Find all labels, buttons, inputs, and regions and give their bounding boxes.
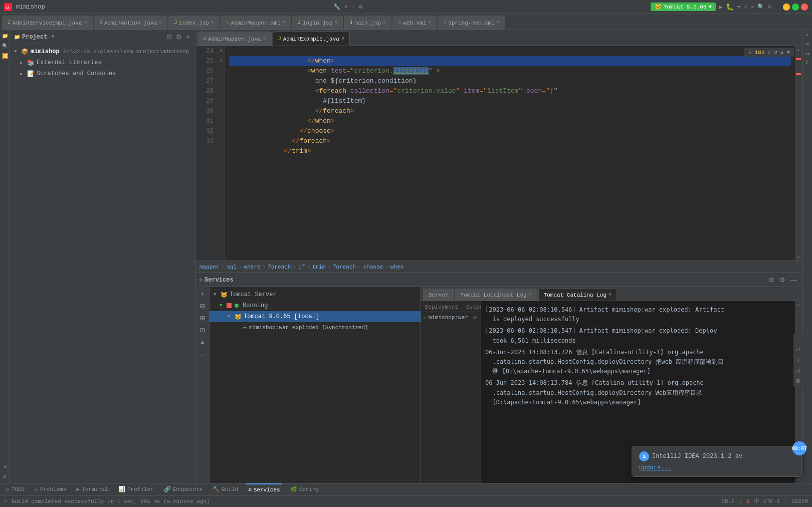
tab-close-springmvcxml[interactable]: × <box>497 20 500 26</box>
tomcat-version-badge[interactable]: Tomcat 9.0.65 <box>664 4 707 10</box>
breadcrumb-foreach1[interactable]: foreach <box>268 264 291 270</box>
tab-adminmapperxml[interactable]: X AdminMapper.xml × <box>221 16 291 30</box>
close-btn[interactable] <box>801 4 808 11</box>
right-icon-ant[interactable]: 🐜 <box>803 50 811 58</box>
tree-item-tomcat-local[interactable]: ▼ 🐱 Tomcat 9.0.65 [local] <box>210 311 421 322</box>
bottom-tab-todo[interactable]: ☑ TODO <box>4 483 27 495</box>
right-icon-maven[interactable]: m <box>805 41 809 48</box>
tab-close-main[interactable]: × <box>383 20 386 26</box>
scroll-down-code[interactable]: ▼ <box>786 50 790 56</box>
tab-index[interactable]: J index.jsp × <box>168 16 219 30</box>
tab-springmvcxml[interactable]: X spring-mvc.xml × <box>438 16 505 30</box>
scroll-up-btn[interactable]: ▲ <box>795 46 802 53</box>
right-scrollbar[interactable]: ▲ ▼ <box>795 46 802 261</box>
tab-close-adminmapperxml[interactable]: × <box>283 20 286 26</box>
output-scroll-down[interactable]: ▼ <box>797 476 800 483</box>
scroll-track[interactable] <box>795 53 802 254</box>
profile-btn[interactable]: ⚡ <box>744 3 748 11</box>
fold-25[interactable]: ▼ <box>218 56 225 66</box>
settings-icon[interactable]: ⚙ <box>767 4 771 10</box>
deployment-update-btn[interactable]: ⟳ <box>472 314 478 322</box>
services-more-btn[interactable]: … <box>197 349 208 359</box>
services-left-icon[interactable]: ⚙ <box>1 473 9 481</box>
lang-zh[interactable]: 中 <box>754 497 759 505</box>
bottom-tab-endpoints[interactable]: 🔗 Endpoints <box>162 483 205 495</box>
output-soft-wrap-btn[interactable]: ↵ <box>794 346 802 354</box>
services-gear-btn[interactable]: ⚙ <box>778 275 786 285</box>
tree-item-scratches[interactable]: ▶ 📝 Scratches and Consoles <box>10 68 195 79</box>
tab-webxml[interactable]: X web.xml × <box>392 16 437 30</box>
tab-adminmapper-java[interactable]: J AdminMapper.java × <box>197 32 272 46</box>
breadcrumb-sql[interactable]: sql <box>227 264 237 270</box>
line-col-status[interactable]: 2022M <box>791 498 808 504</box>
search-btn[interactable]: 🔍 <box>757 4 764 10</box>
services-close-btn[interactable]: — <box>789 275 798 285</box>
services-settings-btn[interactable]: ⚙ <box>767 275 775 285</box>
tab-adminserviceimpl[interactable]: J AdminServiceImpl.java × <box>2 16 93 30</box>
coverage-btn[interactable]: ☂ <box>737 3 741 11</box>
right-icon-structure[interactable]: ≡ <box>805 32 809 39</box>
services-add-btn[interactable]: + <box>197 289 208 299</box>
stop-button[interactable] <box>227 303 232 308</box>
tab-close-login[interactable]: × <box>334 20 337 26</box>
tab-close-adminmapper-java[interactable]: × <box>263 36 266 42</box>
services-tab-server[interactable]: Server <box>423 289 454 301</box>
notification-link[interactable]: Update... <box>639 464 794 471</box>
right-icon-gradle[interactable]: G <box>805 60 809 67</box>
file-encoding[interactable]: UTF-8 <box>763 498 780 504</box>
tree-item-artifact[interactable]: ☰ mimishop:war exploded [Synchronized] <box>210 322 421 333</box>
output-print-btn[interactable]: 🖨 <box>794 367 802 375</box>
close-catalina-log[interactable]: × <box>608 292 612 298</box>
breadcrumb-foreach2[interactable]: foreach <box>333 264 356 270</box>
bottom-tab-terminal[interactable]: ▶ Terminal <box>74 483 110 495</box>
bottom-tab-services[interactable]: ⚙ Services <box>246 483 282 495</box>
tree-item-mimishop[interactable]: ▼ 📦 mimishop D:\22-23-2\class1\ssm-proje… <box>10 46 195 57</box>
tree-item-tomcat-server[interactable]: ▼ 🐱 Tomcat Server <box>210 289 421 300</box>
left-icon-2[interactable]: 🔍 <box>1 42 9 50</box>
services-tab-localhost-log[interactable]: Tomcat Localhost Log × <box>455 289 537 301</box>
services-tab-catalina-log[interactable]: Tomcat Catalina Log × <box>538 289 617 301</box>
output-clear-btn[interactable]: 🗑 <box>794 377 802 385</box>
run-btn[interactable]: ▶ <box>719 3 723 11</box>
tab-main[interactable]: J main.jsp × <box>344 16 391 30</box>
bottom-tab-build[interactable]: 🔨 Build <box>211 483 240 495</box>
fold-24[interactable]: ▼ <box>218 46 225 56</box>
scroll-up-code[interactable]: ▲ <box>780 50 784 56</box>
services-group-btn[interactable]: ≡ <box>197 337 208 347</box>
services-expand-btn[interactable]: ⊞ <box>197 313 208 323</box>
breadcrumb-when[interactable]: when <box>390 264 403 270</box>
tab-adminaction[interactable]: J AdminAction.java × <box>94 16 168 30</box>
output-wrap-btn[interactable]: ≡ <box>794 336 802 344</box>
services-collapse-btn[interactable]: ⊟ <box>197 301 208 311</box>
close-localhost-log[interactable]: × <box>529 292 532 298</box>
encoding-status[interactable]: CRLF <box>722 498 735 504</box>
debug-btn[interactable]: 🐛 <box>726 3 734 11</box>
tab-close-adminexample[interactable]: × <box>341 36 344 42</box>
tab-close-index[interactable]: × <box>211 20 214 26</box>
code-content[interactable]: </when> <when test="criterion.listValue"… <box>225 46 795 261</box>
left-icon-1[interactable]: 📁 <box>1 32 9 40</box>
minimize-btn[interactable] <box>783 4 790 11</box>
tree-item-running[interactable]: ▼ Running <box>210 300 421 311</box>
bottom-tab-profiler[interactable]: 📊 Profiler <box>116 483 156 495</box>
tab-login[interactable]: J login.jsp × <box>292 16 343 30</box>
maximize-btn[interactable] <box>792 4 799 11</box>
sidebar-hide-btn[interactable]: × <box>185 32 191 42</box>
left-icon-3[interactable]: 🔀 <box>1 52 9 60</box>
tab-close-webxml[interactable]: × <box>428 20 431 26</box>
bottom-tab-problems[interactable]: ⚠ Problems <box>33 483 68 495</box>
sidebar-settings-btn[interactable]: ⚙ <box>175 32 183 42</box>
sidebar-collapse-btn[interactable]: ⊟ <box>165 32 173 42</box>
tab-close-adminserviceimpl[interactable]: × <box>84 20 87 26</box>
services-filter-btn[interactable]: ⊡ <box>197 325 208 335</box>
output-scroll-up[interactable]: ▲ <box>797 301 800 308</box>
bottom-tab-spring[interactable]: 🌿 Spring <box>288 483 321 495</box>
more-btn[interactable]: ⋯ <box>751 3 755 11</box>
tree-item-external-libs[interactable]: ▶ 📚 External Libraries <box>10 57 195 68</box>
tab-close-adminaction[interactable]: × <box>159 20 162 26</box>
structure-icon[interactable]: ≡ <box>1 463 9 471</box>
output-scroll-btn[interactable]: ⤓ <box>794 356 802 365</box>
breadcrumb-where[interactable]: where <box>244 264 261 270</box>
deployment-item-mimishop[interactable]: ✓ mimishop:war ⟳ <box>423 312 479 324</box>
breadcrumb-if[interactable]: if <box>298 264 305 270</box>
